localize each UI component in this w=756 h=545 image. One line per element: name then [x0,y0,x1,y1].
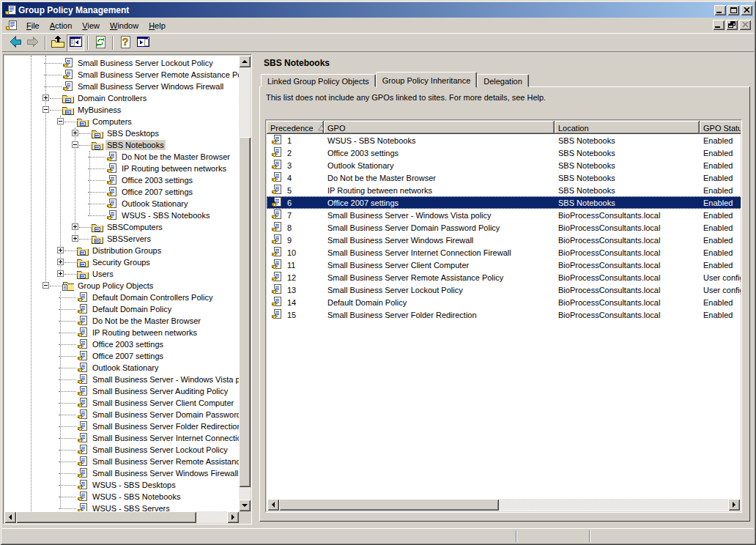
expand-toggle-plus[interactable] [72,235,78,242]
scroll-right-button[interactable] [227,511,239,523]
menu-help[interactable]: Help [144,20,171,32]
tree-item[interactable]: Default Domain Policy [4,303,239,315]
close-button[interactable] [741,5,752,15]
tree-item[interactable]: WSUS - SBS Notebooks [4,210,239,221]
tree-item[interactable]: Office 2007 settings [4,186,239,198]
scroll-thumb[interactable] [239,137,251,487]
table-row[interactable]: 2Office 2003 settingsSBS NotebooksEnable… [267,147,741,159]
table-row[interactable]: 8Small Business Server Domain Password P… [267,221,741,234]
column-header-precedence[interactable]: Precedence [267,121,324,134]
menu-view[interactable]: View [77,20,105,32]
tree-item[interactable]: SBSServers [4,233,239,245]
tree-item[interactable]: Group Policy Objects [4,280,239,292]
tree-item[interactable]: Security Groups [4,256,239,268]
menu-file[interactable]: File [21,20,45,32]
mdi-restore-button[interactable] [726,20,738,30]
tree-item[interactable]: WSUS - SBS Desktops [4,479,239,491]
table-row[interactable]: 3Outlook StationarySBS NotebooksEnabled [267,159,741,171]
menu-window[interactable]: Window [105,20,144,32]
tree-item[interactable]: Small Business Server Remote Assistance … [4,456,239,467]
table-row[interactable]: 1WSUS - SBS NotebooksSBS NotebooksEnable… [267,134,741,147]
tree-item[interactable]: Outlook Stationary [4,362,239,374]
column-header-location[interactable]: Location [555,121,700,134]
scroll-down-button[interactable] [239,500,251,511]
toolbar-back-button[interactable] [7,34,24,51]
minimize-button[interactable] [714,5,726,15]
table-row[interactable]: 9Small Business Server Windows FirewallB… [267,234,741,246]
mdi-close-button-disabled[interactable] [739,20,751,30]
tree-vertical-scrollbar[interactable] [239,56,251,511]
tree-item[interactable]: SBS Desktops [4,127,239,139]
tree-item[interactable]: WSUS - SBS Notebooks [4,491,239,503]
mdi-minimize-button[interactable] [713,20,724,30]
scroll-up-button[interactable] [239,56,251,67]
tree-item[interactable]: Distribution Groups [4,245,239,256]
tree-item[interactable]: IP Routing between networks [4,327,239,338]
tree-item[interactable]: Small Business Server Auditing Policy [4,385,239,397]
scroll-left-button[interactable] [267,499,279,511]
table-row[interactable]: 5IP Routing between networksSBS Notebook… [267,184,741,196]
list-horizontal-scrollbar[interactable] [267,499,740,511]
tree-item[interactable]: Small Business Server Domain Password Po… [4,409,239,420]
toolbar-up-one-level-button[interactable] [49,34,67,51]
table-row[interactable]: 6Office 2007 settingsSBS NotebooksEnable… [267,196,741,209]
table-row[interactable]: 15Small Business Server Folder Redirecti… [267,308,741,321]
tree-item[interactable]: Small Business Server - Windows Vista po… [4,374,239,385]
table-row[interactable]: 14Default Domain PolicyBioProcessConsult… [267,296,741,308]
tree-item[interactable]: Small Business Server Windows Firewall [4,467,239,479]
tree-item[interactable]: WSUS - SBS Servers [4,503,239,511]
scroll-right-button[interactable] [728,499,740,511]
tree-item[interactable]: Small Business Server Internet Connectio… [4,432,239,444]
tree-item[interactable]: Users [4,268,239,280]
tree-item[interactable]: Do Not be the Master Browser [4,315,239,327]
toolbar-refresh-button[interactable] [92,34,109,51]
tab-delegation[interactable]: Delegation [477,74,529,87]
expand-toggle-minus[interactable] [72,141,78,148]
tree-item[interactable]: Office 2003 settings [4,174,239,186]
tab-group-policy-inheritance[interactable]: Group Policy Inheritance [376,72,477,88]
tree-item[interactable]: Small Business Server Lockout Policy [4,57,239,69]
tree-item[interactable]: Do Not be the Master Browser [4,151,239,163]
tree-item[interactable]: MyBusiness [4,104,239,116]
column-header-gpo-status[interactable]: GPO Status [700,121,741,134]
tree-item[interactable]: Domain Controllers [4,92,239,104]
tree-horizontal-scrollbar[interactable] [4,511,239,523]
toolbar-show-action-pane-button[interactable] [134,34,152,51]
table-row[interactable]: 7Small Business Server - Windows Vista p… [267,209,741,221]
table-row[interactable]: 10Small Business Server Internet Connect… [267,246,741,259]
tree-item[interactable]: Small Business Server Windows Firewall [4,81,239,92]
menu-action[interactable]: Action [45,20,78,32]
expand-toggle-plus[interactable] [57,259,64,265]
expand-toggle-plus[interactable] [72,223,78,230]
tree-item[interactable]: Small Business Server Remote Assistance … [4,69,239,81]
toolbar-forward-button[interactable] [24,34,42,51]
expand-toggle-plus[interactable] [57,270,64,277]
toolbar-help-button[interactable]: ? [116,34,134,51]
tree-item[interactable]: Default Domain Controllers Policy [4,292,239,303]
tree-item[interactable]: Small Business Server Client Computer [4,397,239,409]
tree-item[interactable]: Small Business Server Lockout Policy [4,444,239,456]
tree-item[interactable]: Office 2003 settings [4,338,239,350]
tree-item[interactable]: SBS Notebooks [4,139,239,151]
table-row[interactable]: 4Do Not be the Master BrowserSBS Noteboo… [267,171,741,184]
expand-toggle-minus[interactable] [42,282,49,289]
expand-toggle-plus[interactable] [72,130,78,136]
toolbar-show-console-tree-button[interactable] [67,34,84,51]
maximize-button[interactable] [727,5,739,15]
expand-toggle-plus[interactable] [42,94,49,101]
expand-toggle-minus[interactable] [57,118,64,125]
table-row[interactable]: 12Small Business Server Remote Assistanc… [267,271,741,283]
expand-toggle-minus[interactable] [42,106,49,113]
expand-toggle-plus[interactable] [57,247,64,253]
table-row[interactable]: 11Small Business Server Client ComputerB… [267,259,741,271]
tab-linked-group-policy-objects[interactable]: Linked Group Policy Objects [261,74,376,87]
column-header-gpo[interactable]: GPO [324,121,555,134]
tree-item[interactable]: Office 2007 settings [4,350,239,362]
scroll-left-button[interactable] [4,511,16,523]
tree-item[interactable]: IP Routing between networks [4,163,239,174]
tree-item[interactable]: Computers [4,116,239,127]
scroll-thumb[interactable] [279,499,499,511]
tree-item[interactable]: Small Business Server Folder Redirection [4,420,239,432]
tree-item[interactable]: Outlook Stationary [4,198,239,210]
scroll-thumb[interactable] [16,511,196,523]
